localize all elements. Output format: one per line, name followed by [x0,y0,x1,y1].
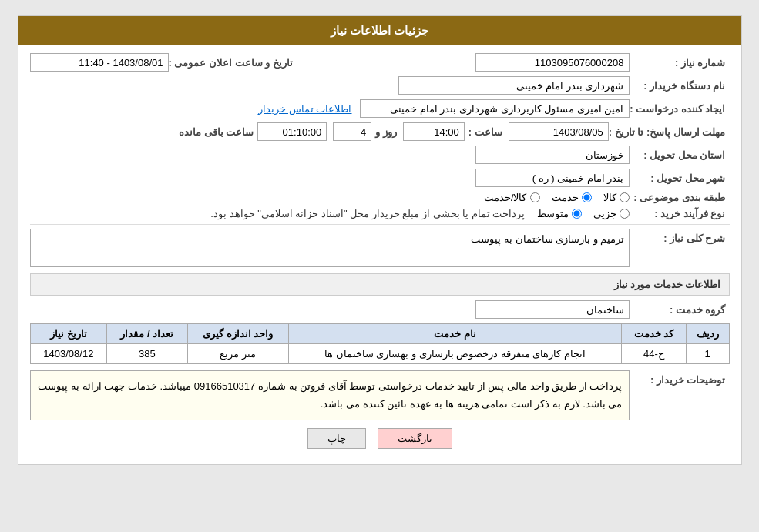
type-jozii-label: جزیی [593,208,616,219]
category-khedmat-label: خدمت [552,192,579,203]
buyer-org-label: نام دستگاه خریدار : [630,80,730,92]
buyer-org-input[interactable] [398,76,630,95]
city-label: شهر محل تحویل : [630,172,730,184]
response-time-input[interactable] [403,122,465,141]
cell-service-code: ح-44 [622,344,686,364]
announcement-date-label: تاریخ و ساعت اعلان عمومی : [169,57,297,69]
buyer-org-row: نام دستگاه خریدار : [30,76,730,95]
category-kala[interactable]: کالا [603,192,630,203]
buttons-row: بازگشت چاپ [30,428,730,449]
buyer-notes-value: پرداخت از طریق واحد مالی پس از تایید خدم… [38,380,622,410]
type-motavaset-label: متوسط [537,208,569,219]
requester-label: ایجاد کننده درخواست : [630,103,730,115]
description-value: ترمیم و بازسازی ساختمان به پیوست [471,233,624,245]
category-kala-label: کالا [603,192,616,203]
table-row: 1 ح-44 انجام کارهای متفرقه درخصوص بازساز… [30,344,729,364]
category-radio-group: کالا خدمت کالا/خدمت [484,192,630,203]
category-kala-khedmat[interactable]: کالا/خدمت [484,192,540,203]
response-date-input[interactable] [509,122,609,141]
response-days-input[interactable] [333,122,371,141]
category-khedmat[interactable]: خدمت [552,192,592,203]
cell-quantity: 385 [107,344,187,364]
need-number-row: شماره نیاز : تاریخ و ساعت اعلان عمومی : [30,53,730,72]
response-deadline-row: مهلت ارسال پاسخ: تا تاریخ : ساعت : روز و… [30,122,730,141]
buyer-notes-row: توضیحات خریدار : پرداخت از طریق واحد مال… [30,370,730,420]
announcement-date-input[interactable] [30,53,169,72]
description-box: ترمیم و بازسازی ساختمان به پیوست [30,229,630,267]
type-jozii[interactable]: جزیی [593,208,630,219]
col-service-name: نام خدمت [288,324,621,344]
purchase-type-note: پرداخت تمام یا بخشی از مبلغ خریدار محل "… [210,208,525,219]
purchase-type-radio-group: جزیی متوسط [537,208,630,219]
city-input[interactable] [475,169,630,187]
col-unit: واحد اندازه گیری [187,324,288,344]
buyer-notes-label: توضیحات خریدار : [630,370,730,386]
main-container: جزئیات اطلاعات نیاز شماره نیاز : تاریخ و… [18,15,742,465]
province-input[interactable] [475,146,630,164]
province-row: استان محل تحویل : [30,146,730,164]
category-row: طبقه بندی موضوعی : کالا خدمت کالا/خدمت [30,192,730,203]
category-kala-khedmat-label: کالا/خدمت [484,192,527,203]
type-jozii-radio[interactable] [620,209,630,219]
service-group-input[interactable] [475,300,630,319]
description-label: شرح کلی نیاز : [630,229,730,244]
need-number-label: شماره نیاز : [630,57,730,69]
service-group-row: گروه خدمت : [30,300,730,319]
province-label: استان محل تحویل : [630,149,730,161]
category-khedmat-radio[interactable] [582,192,592,202]
remaining-input[interactable] [257,122,327,141]
category-label: طبقه بندی موضوعی : [630,192,730,203]
cell-service-name: انجام کارهای متفرقه درخصوص بازسازی و بهس… [288,344,621,364]
need-number-input[interactable] [475,53,630,72]
city-row: شهر محل تحویل : [30,169,730,187]
services-table: ردیف کد خدمت نام خدمت واحد اندازه گیری ت… [30,323,730,364]
cell-unit: متر مربع [187,344,288,364]
response-time-label: ساعت : [468,126,502,138]
requester-input[interactable] [360,99,630,118]
contact-link[interactable]: اطلاعات تماس خریدار [258,103,351,115]
page-title: جزئیات اطلاعات نیاز [18,16,741,45]
cell-row-num: 1 [686,344,729,364]
buyer-notes-box: پرداخت از طریق واحد مالی پس از تایید خدم… [30,370,630,420]
cell-date: 1403/08/12 [30,344,107,364]
description-row: شرح کلی نیاز : ترمیم و بازسازی ساختمان ب… [30,229,730,267]
service-group-label: گروه خدمت : [630,304,730,316]
requester-row: ایجاد کننده درخواست : اطلاعات تماس خریدا… [30,99,730,118]
purchase-type-label: نوع فرآیند خرید : [630,208,730,219]
col-date: تاریخ نیاز [30,324,107,344]
print-button[interactable]: چاپ [307,428,366,449]
col-row-num: ردیف [686,324,729,344]
response-days-label: روز و [375,126,397,138]
response-deadline-label: مهلت ارسال پاسخ: تا تاریخ : [609,126,730,138]
category-kala-radio[interactable] [620,192,630,202]
remaining-label: ساعت باقی مانده [179,126,254,138]
service-info-header: اطلاعات خدمات مورد نیاز [30,273,730,296]
type-motavaset-radio[interactable] [572,209,582,219]
type-motavaset[interactable]: متوسط [537,208,582,219]
category-kala-khedmat-radio[interactable] [530,192,540,202]
col-quantity: تعداد / مقدار [107,324,187,344]
col-service-code: کد خدمت [622,324,686,344]
purchase-type-row: نوع فرآیند خرید : جزیی متوسط پرداخت تمام… [30,208,730,219]
back-button[interactable]: بازگشت [378,428,452,449]
